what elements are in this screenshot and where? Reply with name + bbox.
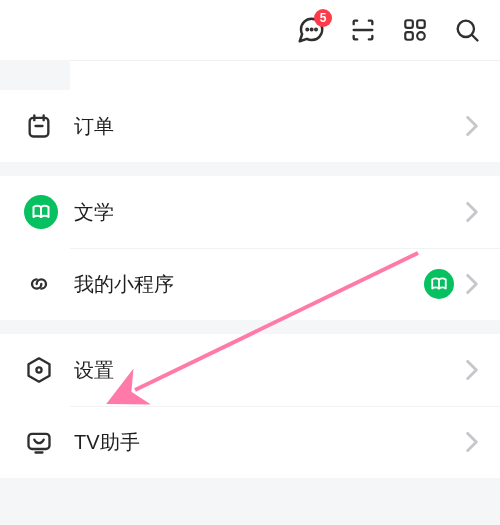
svg-rect-16 (29, 434, 50, 449)
miniapps-icon (24, 269, 54, 299)
chevron-right-icon (466, 202, 478, 222)
apps-icon (402, 17, 428, 43)
search-icon (453, 16, 481, 44)
messages-badge: 5 (314, 9, 332, 27)
group-two: 文学 我的小程序 (0, 176, 500, 320)
row-orders[interactable]: 订单 (0, 90, 500, 162)
group-three: 设置 TV助手 (0, 334, 500, 478)
svg-line-9 (472, 35, 477, 40)
row-label: 设置 (74, 357, 466, 384)
messages-button[interactable]: 5 (296, 15, 326, 45)
svg-rect-5 (417, 20, 425, 28)
search-button[interactable] (452, 15, 482, 45)
scan-button[interactable] (348, 15, 378, 45)
svg-point-7 (417, 32, 425, 40)
chevron-right-icon (466, 432, 478, 452)
apps-button[interactable] (400, 15, 430, 45)
row-mini-apps[interactable]: 我的小程序 (0, 248, 500, 320)
tv-icon (24, 427, 54, 457)
row-label: 文学 (74, 199, 466, 226)
row-label: 我的小程序 (74, 271, 424, 298)
scan-icon (349, 16, 377, 44)
orders-icon (24, 111, 54, 141)
chevron-right-icon (466, 274, 478, 294)
row-tv-helper[interactable]: TV助手 (0, 406, 500, 478)
row-label: TV助手 (74, 429, 466, 456)
svg-rect-6 (405, 32, 413, 40)
svg-point-1 (311, 29, 313, 31)
row-label: 订单 (74, 113, 466, 140)
row-literature[interactable]: 文学 (0, 176, 500, 248)
row-settings[interactable]: 设置 (0, 334, 500, 406)
chevron-right-icon (466, 116, 478, 136)
book-icon (24, 195, 58, 229)
svg-point-2 (315, 29, 317, 31)
svg-point-15 (36, 367, 41, 372)
group-orders: 订单 (0, 90, 500, 162)
header-bar: 5 (0, 0, 500, 60)
svg-point-0 (307, 29, 309, 31)
svg-marker-14 (29, 358, 50, 381)
settings-icon (24, 355, 54, 385)
spacer (70, 60, 500, 90)
svg-rect-4 (405, 20, 413, 28)
chevron-right-icon (466, 360, 478, 380)
recent-app-icon (424, 269, 454, 299)
svg-rect-10 (30, 118, 49, 137)
